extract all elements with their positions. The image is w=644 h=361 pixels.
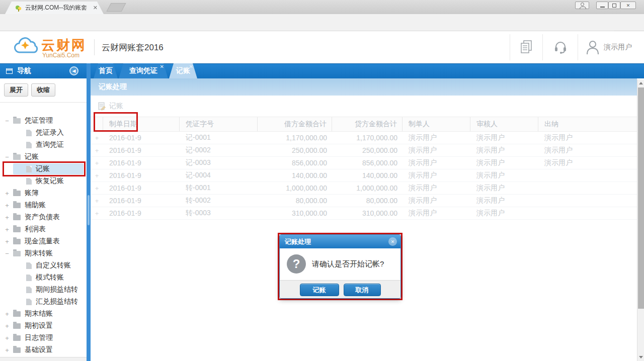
tree-item-label: 查询凭证 xyxy=(36,140,64,149)
splitter-handle[interactable] xyxy=(88,195,90,225)
scroll-down-icon[interactable] xyxy=(639,356,643,358)
cell-cashier xyxy=(538,169,637,182)
browser-profile-button[interactable] xyxy=(575,2,589,9)
tab-booking[interactable]: 记账 ✕ xyxy=(169,63,197,78)
documents-button[interactable] xyxy=(510,34,542,60)
window-minimize-button[interactable] xyxy=(596,2,608,9)
confirm-button[interactable]: 记账 xyxy=(300,284,339,296)
tree-item-label: 汇兑损益结转 xyxy=(36,297,78,306)
grid-header-cell[interactable]: 出纳 xyxy=(538,117,637,131)
expand-node-icon[interactable]: + xyxy=(4,310,10,318)
row-expand-icon[interactable]: + xyxy=(91,207,103,219)
cancel-button[interactable]: 取消 xyxy=(344,284,381,296)
folder-icon xyxy=(13,323,21,329)
tree-item[interactable]: +日志管理 xyxy=(0,332,87,344)
window-close-button[interactable]: ✕ xyxy=(620,2,636,9)
tree-item[interactable]: 查询凭证 xyxy=(0,139,87,151)
grid-header-cell[interactable]: 制单日期 xyxy=(103,117,180,131)
tree-item[interactable]: +期末结账 xyxy=(0,308,87,320)
file-icon xyxy=(26,275,32,281)
post-button-label: 记账 xyxy=(109,102,123,111)
expand-node-icon[interactable]: + xyxy=(4,346,10,354)
post-button[interactable]: 记账 xyxy=(98,102,123,111)
tree-item[interactable]: 汇兑损益结转 xyxy=(0,296,87,308)
tree-item[interactable]: 期间损益结转 xyxy=(0,284,87,296)
tree-item[interactable]: 凭证录入 xyxy=(0,127,87,139)
grid-body: +2016-01-9记-00011,170,000.001,170,000.00… xyxy=(91,132,637,220)
tree-item[interactable]: 恢复记账 xyxy=(0,175,87,187)
grid-header-cell[interactable]: 审核人 xyxy=(470,117,538,131)
tree-item[interactable]: −记账 xyxy=(0,151,87,163)
expand-node-icon[interactable]: + xyxy=(4,202,10,209)
tab-close-icon[interactable]: ✕ xyxy=(160,64,164,69)
collapse-node-icon[interactable]: − xyxy=(4,117,10,125)
table-row[interactable]: +2016-01-9记-0004140,000.00140,000.00演示用户… xyxy=(91,169,637,182)
user-menu[interactable]: 演示用户 xyxy=(578,34,644,60)
cell-debit: 1,000,000.00 xyxy=(258,182,332,194)
expand-node-icon[interactable]: + xyxy=(4,322,10,330)
tree-item-label: 凭证管理 xyxy=(25,116,53,125)
vertical-scrollbar[interactable] xyxy=(637,79,644,361)
tree-item[interactable]: +基础设置 xyxy=(0,344,87,356)
tree-item-label: 期末结账 xyxy=(25,309,53,318)
row-expand-icon[interactable]: + xyxy=(91,157,103,169)
main-panel: 记账处理 记账 制单日期 凭证字号 借方金额合计 贷方金额合计 制单人 审核人 … xyxy=(91,78,644,361)
tree-item-label: 恢复记账 xyxy=(36,176,64,186)
sidebar-collapse-icon[interactable]: ◀ xyxy=(69,66,78,75)
expand-all-button[interactable]: 展开 xyxy=(4,83,28,97)
tree-item[interactable]: +利润表 xyxy=(0,223,87,235)
row-expand-icon[interactable]: + xyxy=(91,169,103,182)
row-expand-icon[interactable]: + xyxy=(91,195,103,207)
table-row[interactable]: +2016-01-9转-0003310,000.00310,000.00演示用户… xyxy=(91,207,637,220)
grid-header-cell[interactable]: 贷方金额合计 xyxy=(332,117,403,131)
collapse-node-icon[interactable]: − xyxy=(4,153,10,161)
tab-query-voucher[interactable]: 查询凭证 ✕ xyxy=(119,63,168,78)
grid-header-cell[interactable]: 制单人 xyxy=(403,117,470,131)
tree-item[interactable]: 自定义转账 xyxy=(0,259,87,272)
row-expand-icon[interactable]: + xyxy=(91,144,103,156)
tree-item[interactable]: +现金流量表 xyxy=(0,235,87,247)
row-expand-icon[interactable]: + xyxy=(91,182,103,194)
scrollbar-thumb[interactable] xyxy=(638,87,644,309)
tree-item[interactable]: +期初设置 xyxy=(0,320,87,332)
table-row[interactable]: +2016-01-9转-00011,000,000.001,000,000.00… xyxy=(91,182,637,195)
grid-header-cell[interactable]: 借方金额合计 xyxy=(258,117,332,131)
tree-item[interactable]: +账簿 xyxy=(0,187,87,199)
cell-cashier xyxy=(538,182,637,194)
tree-item[interactable]: −期末转账 xyxy=(0,247,87,259)
tree-item[interactable]: −凭证管理 xyxy=(0,115,87,127)
browser-tabstrip: 云财网.COM--我的账套 ✕ ✕ xyxy=(0,0,644,14)
expand-node-icon[interactable]: + xyxy=(4,190,10,197)
cell-maker: 演示用户 xyxy=(403,195,470,207)
cell-auditor: 演示用户 xyxy=(470,207,538,219)
panel-title: 记账处理 xyxy=(99,82,127,92)
tree-item[interactable]: +资产负债表 xyxy=(0,211,87,223)
tree-item[interactable]: 记账 xyxy=(0,163,87,175)
expand-node-icon[interactable]: + xyxy=(4,226,10,233)
dialog-close-icon[interactable]: ✕ xyxy=(388,237,397,246)
expand-node-icon[interactable]: + xyxy=(4,214,10,221)
tree-item[interactable]: +辅助账 xyxy=(0,199,87,211)
expand-node-icon[interactable]: + xyxy=(4,334,10,342)
tree-item[interactable]: 模式转账 xyxy=(0,272,87,284)
sidebar-hscrollbar[interactable] xyxy=(0,357,87,361)
collapse-all-button[interactable]: 收缩 xyxy=(31,83,55,97)
table-row[interactable]: +2016-01-9记-0002250,000.00250,000.00演示用户… xyxy=(91,144,637,157)
window-restore-button[interactable] xyxy=(608,2,620,9)
browser-tab[interactable]: 云财网.COM--我的账套 ✕ xyxy=(5,2,104,14)
expand-node-icon[interactable]: + xyxy=(4,238,10,245)
table-row[interactable]: +2016-01-9转-000280,000.0080,000.00演示用户演示… xyxy=(91,195,637,207)
table-row[interactable]: +2016-01-9记-00011,170,000.001,170,000.00… xyxy=(91,132,637,144)
row-expand-icon[interactable]: + xyxy=(91,132,103,144)
dialog-titlebar[interactable]: 记账处理 ✕ xyxy=(280,235,400,248)
tab-close-icon[interactable]: ✕ xyxy=(93,5,98,11)
tab-home[interactable]: 首页 xyxy=(94,63,118,78)
table-row[interactable]: +2016-01-9记-0003856,000.00856,000.00演示用户… xyxy=(91,157,637,169)
sidebar-splitter[interactable] xyxy=(87,63,91,361)
scroll-up-icon[interactable] xyxy=(639,82,643,84)
support-button[interactable] xyxy=(542,34,578,60)
collapse-node-icon[interactable]: − xyxy=(4,250,10,257)
grid-header-cell[interactable]: 凭证字号 xyxy=(180,117,258,131)
tab-close-icon[interactable]: ✕ xyxy=(189,64,193,69)
new-tab-button[interactable] xyxy=(106,3,126,12)
